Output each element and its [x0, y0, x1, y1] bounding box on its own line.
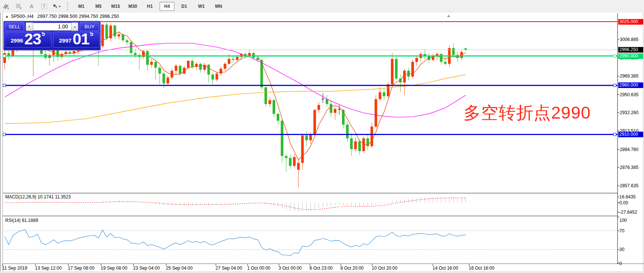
time-axis-label: 23 Sep 04:00 — [133, 266, 160, 271]
price-badge: 3025.000 — [618, 19, 643, 25]
price-badge: 2960.000 — [618, 82, 643, 88]
sell-price-pip: 5 — [42, 32, 45, 37]
ohlc-values: 2997.750 2998.500 2994.750 2996.250 — [37, 14, 119, 19]
time-axis-label: 27 Sep 04:00 — [216, 266, 242, 271]
price-axis-label: 2857.635 — [620, 183, 638, 188]
trading-terminal: E F A T — [0, 0, 644, 273]
time-axis-label: 10 Oct 20:00 — [372, 266, 398, 271]
buy-button[interactable]: BUY — [80, 22, 99, 31]
trade-panel-prices: 2996 23 5 2997 01 5 — [4, 31, 100, 48]
time-axis-label: 8 Oct 20:00 — [340, 266, 364, 271]
time-axis-label: 17 Sep 08:00 — [68, 266, 94, 271]
buy-price-button[interactable]: 2997 01 5 — [53, 32, 100, 47]
trade-panel-controls: SELL ▼ ▲ BUY — [4, 21, 100, 31]
sell-price-minor: 23 — [24, 33, 41, 46]
buy-price-minor: 01 — [73, 33, 89, 46]
price-axis-label: 2969.385 — [620, 73, 638, 79]
one-click-trade-panel: SELL ▼ ▲ BUY 2996 23 5 2997 01 5 — [3, 21, 101, 50]
price-axis-label: 2932.260 — [620, 110, 638, 115]
hline-handle[interactable] — [3, 55, 6, 57]
macd-axis-label: 0.00 — [619, 200, 628, 205]
time-axis-label: 16 Oct 16:00 — [469, 266, 494, 271]
rsi-axis-label: 0 — [619, 261, 622, 266]
chart-annotation[interactable]: 多空转折点2990 — [464, 101, 591, 125]
chart-header: ▲SP500-,H42997.750 2998.500 2994.750 299… — [5, 14, 119, 19]
volume-increase-button[interactable]: ▲ — [71, 22, 79, 31]
sell-price-button[interactable]: 2996 23 5 — [4, 32, 51, 47]
hline-handle[interactable] — [613, 84, 616, 87]
hline-handle[interactable] — [613, 55, 616, 57]
time-axis-label: 13 Sep 12:00 — [35, 266, 62, 271]
macd-axis-label: 16.6435 — [619, 194, 635, 200]
rsi-axis-label: 70 — [619, 228, 624, 233]
hline-handle[interactable] — [3, 133, 6, 136]
price-axis-label: 3006.885 — [620, 37, 638, 42]
time-axis-label: 11 Sep 2019 — [2, 266, 27, 271]
hline-handle[interactable] — [3, 84, 6, 87]
price-badge: 2990.000 — [618, 53, 643, 59]
volume-decrease-button[interactable]: ▼ — [26, 22, 33, 31]
price-badge: 2910.000 — [618, 132, 643, 137]
time-axis-label: 3 Oct 00:00 — [279, 266, 302, 271]
price-badge: 2996.250 — [618, 47, 643, 53]
price-axis-label: 2876.385 — [620, 165, 638, 170]
time-axis-label: 1 Oct 00:00 — [247, 266, 270, 271]
macd-axis-label: -27.6452 — [619, 210, 637, 215]
sell-price-major: 2996 — [11, 37, 23, 44]
rsi-indicator-label: RSI(14) 61.1889 — [5, 218, 38, 223]
time-axis-label: 6 Oct 23:00 — [310, 266, 333, 271]
time-axis-label: 14 Oct 16:00 — [433, 266, 458, 271]
sell-button[interactable]: SELL — [5, 22, 24, 31]
symbol-title: SP500-,H4 — [11, 14, 34, 19]
chart-shift-marker[interactable] — [447, 15, 450, 17]
macd-indicator-label: MACD(12,26,9) 10.1741 11.3523 — [5, 194, 71, 200]
volume-input[interactable] — [33, 23, 71, 31]
macd-histogram — [5, 197, 466, 212]
buy-price-pip: 5 — [90, 32, 93, 37]
price-axis-label: 2950.635 — [620, 92, 638, 97]
time-axis-label: 25 Sep 04:00 — [166, 266, 192, 271]
window-bottom-edge — [0, 271, 644, 273]
rsi-axis-label: 30 — [619, 247, 624, 252]
collapse-triangle-icon[interactable]: ▲ — [5, 15, 9, 18]
rsi-axis-label: 100 — [619, 218, 627, 223]
time-axis-label: 19 Sep 08:00 — [101, 266, 127, 271]
buy-price-major: 2997 — [59, 37, 71, 44]
hline-handle[interactable] — [613, 133, 616, 136]
price-axis-label: 2894.760 — [620, 147, 638, 152]
